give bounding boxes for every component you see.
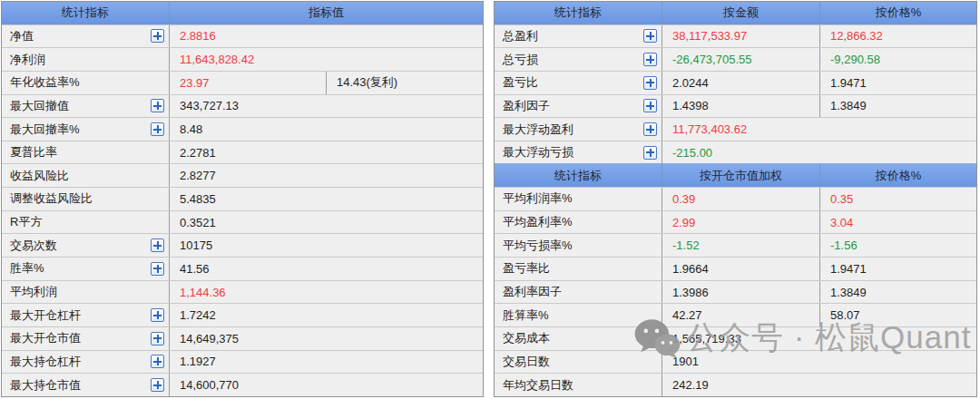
row-label: 平均利润率% [503,190,573,207]
row-value-cell: 2.2781 [170,141,483,164]
row-label-cell: 收益风险比 [2,164,170,187]
row-value: 2.0244 [672,76,709,90]
row-value: 1901 [672,355,699,368]
row-label: 最大开仓市值 [10,330,81,346]
row-label: 最大浮动亏损 [503,144,573,161]
table-row: 最大持仓市值14,600,770 [2,373,483,396]
row-label-cell: 胜算率% [495,304,662,326]
row-label: 盈亏率比 [503,260,550,277]
row-label: 最大回撤率% [10,122,80,138]
row-value-cell: -9,290.58 [820,48,976,71]
table-row: 净值2.8816 [2,24,483,48]
row-value: 11,643,828.42 [180,53,254,66]
expand-icon[interactable] [643,122,657,136]
expand-icon[interactable] [151,262,164,276]
row-value-cell: 0.35 [820,188,976,210]
row-label-cell: 交易次数 [2,234,170,257]
row-value: -26,473,705.55 [672,53,751,66]
row-value: 1,565,719.33 [672,332,741,345]
row-value: 8.48 [180,122,202,136]
expand-icon[interactable] [643,146,657,160]
row-value-cell: 2.0244 [662,72,820,94]
header-cell: 按开仓市值加权 [662,164,820,187]
row-label-cell: 总盈利 [495,25,662,48]
row-label-cell: 盈利因子 [495,95,662,118]
row-value: 2.8816 [180,29,216,43]
row-label-cell: 夏普比率 [2,141,170,164]
row-label: 胜算率% [503,307,549,324]
header-label: 按开仓市值加权 [700,168,782,184]
row-label-cell: 盈亏比 [495,72,662,94]
row-label-cell: 最大回撤率% [2,118,170,141]
row-label-cell: 净利润 [2,48,170,71]
row-value-cell: 10175 [170,234,483,257]
expand-icon[interactable] [151,332,164,345]
row-value-cell: 242.19 [662,374,976,396]
row-label: 平均亏损率% [503,238,573,254]
expand-icon[interactable] [151,29,164,43]
header-label: 统计指标 [62,5,109,21]
row-value: 5.4835 [180,192,216,206]
table-row: 盈利率因子1.39861.3849 [495,280,976,304]
row-value: 1.9664 [672,262,709,276]
row-value: 11,773,403.62 [672,122,747,136]
table-row: 平均利润率%0.390.35 [495,187,976,210]
row-label-cell: 盈亏率比 [495,258,662,280]
row-label: 调整收益风险比 [10,190,93,207]
table-header-row: 统计指标按开仓市值加权按价格% [495,163,976,187]
row-label: 平均利润 [10,284,57,300]
row-value: 23.97 [180,76,210,90]
row-value: 14,649,375 [180,332,239,345]
row-label: 平均盈利率% [503,214,573,230]
expand-icon[interactable] [643,53,657,66]
row-label-cell: 平均亏损率% [495,234,662,257]
expand-icon[interactable] [151,238,164,252]
row-value: -9,290.58 [830,53,880,66]
row-value-cell: 14,600,770 [170,374,483,396]
expand-icon[interactable] [643,76,657,90]
expand-icon[interactable] [151,99,164,112]
row-value: 0.3521 [180,216,216,229]
header-cell: 按金额 [662,2,820,24]
row-label-cell: 最大持仓杠杆 [2,351,170,374]
row-value: 12,866.32 [830,29,883,43]
table-row: 收益风险比2.8277 [2,163,483,187]
expand-icon[interactable] [643,29,657,43]
row-value-cell: 1901 [662,351,976,374]
row-label-cell: 最大回撤值 [2,95,170,118]
table-row: 胜算率%42.2758.07 [495,303,976,326]
header-label: 统计指标 [554,5,602,21]
expand-icon[interactable] [151,378,164,392]
expand-icon[interactable] [151,355,164,368]
table-row: 最大浮动盈利11,773,403.62 [495,117,976,141]
row-value: 1.1927 [180,355,216,368]
header-cell: 统计指标 [495,164,662,187]
row-value: 41.56 [180,262,210,276]
row-label: 总亏损 [503,52,538,68]
header-label: 按金额 [723,5,759,21]
row-value: 58.07 [830,308,860,322]
row-label-cell: 胜率% [2,258,170,280]
row-value-cell: 1.9471 [820,258,976,280]
header-label: 按价格% [876,5,922,21]
expand-icon[interactable] [151,308,164,322]
row-value-cell: 1,565,719.33 [662,327,976,350]
row-label-cell: 最大浮动亏损 [495,141,662,164]
expand-icon[interactable] [643,99,657,112]
expand-icon[interactable] [151,122,164,136]
row-value-cell: 14.43(复利) [327,72,483,94]
table-row: 最大回撤值343,727.13 [2,94,483,118]
row-value: 1.9471 [830,76,867,90]
row-value-cell: 38,117,533.97 [662,25,820,48]
row-value: 1.9471 [830,262,867,276]
row-label: 年化收益率% [10,74,80,91]
row-value-cell: 1.9471 [820,72,976,94]
row-label-cell: 年化收益率% [2,72,170,94]
row-value: 14.43(复利) [337,74,397,91]
table-row: 交易次数10175 [2,233,483,257]
table-row: 平均盈利率%2.993.04 [495,210,976,234]
row-value-cell: 11,773,403.62 [662,118,976,141]
row-value-cell: 343,727.13 [170,95,483,118]
row-label: 夏普比率 [10,144,57,161]
row-value: 1,144.36 [180,286,226,299]
